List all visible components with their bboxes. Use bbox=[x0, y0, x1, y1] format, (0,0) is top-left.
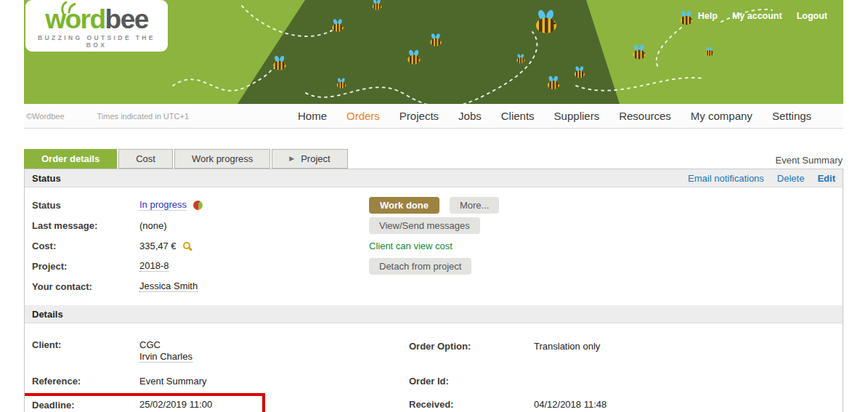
details-section-header: Details bbox=[25, 305, 843, 323]
project-row: Project: 2018-8 Detach from project bbox=[25, 256, 843, 276]
client-label: Client: bbox=[25, 339, 139, 350]
reference-row: Reference: Event Summary Order Id: bbox=[25, 376, 843, 392]
chevron-right-icon: ▶ bbox=[289, 150, 294, 168]
nav-suppliers[interactable]: Suppliers bbox=[554, 110, 600, 122]
tab-project-label: Project bbox=[301, 150, 330, 168]
nav-projects[interactable]: Projects bbox=[399, 110, 439, 122]
your-contact-row: Your contact: Jessica Smith bbox=[25, 276, 843, 296]
timezone-note: Times indicated in UTC+1 bbox=[97, 112, 189, 121]
details-fields: Client: CGC Irvin Charles Order Option: … bbox=[25, 323, 843, 412]
my-account-link[interactable]: My account bbox=[732, 11, 782, 21]
order-option-label: Order Option: bbox=[409, 341, 534, 352]
nav-menu: Home Orders Projects Jobs Clients Suppli… bbox=[298, 110, 811, 122]
order-id-label: Order Id: bbox=[409, 376, 534, 387]
logout-link[interactable]: Logout bbox=[797, 11, 827, 21]
email-notifications-link[interactable]: Email notifications bbox=[688, 173, 764, 184]
client-row: Client: CGC Irvin Charles Order Option: … bbox=[25, 339, 843, 376]
nav-jobs[interactable]: Jobs bbox=[458, 110, 482, 122]
reference-value: Event Summary bbox=[139, 376, 206, 387]
tab-cost-label: Cost bbox=[136, 150, 155, 168]
copyright-text: ©Wordbee bbox=[26, 112, 65, 121]
project-label: Project: bbox=[25, 261, 139, 272]
nav-settings[interactable]: Settings bbox=[772, 110, 811, 122]
received-label: Received: bbox=[409, 399, 534, 410]
detach-from-project-button[interactable]: Detach from project bbox=[369, 258, 471, 275]
details-section-title: Details bbox=[32, 309, 63, 320]
status-section-header: Status Email notifications Delete Edit bbox=[25, 169, 843, 187]
logo-text: wordbee bbox=[25, 6, 168, 33]
client-can-view-cost-link[interactable]: Client can view cost bbox=[369, 241, 453, 251]
tab-project[interactable]: ▶Project bbox=[272, 149, 347, 169]
cost-value: 335,47 € bbox=[139, 241, 177, 251]
status-fields: Status In progress Work done More... Las… bbox=[25, 187, 843, 296]
your-contact-value-link[interactable]: Jessica Smith bbox=[139, 280, 198, 292]
logo-tagline: BUZZING OUTSIDE THE BOX bbox=[25, 34, 168, 49]
deadline-label: Deadline: bbox=[25, 400, 139, 411]
more-button[interactable]: More... bbox=[450, 197, 499, 214]
received-value: 04/12/2018 11:48 bbox=[534, 399, 607, 410]
deadline-value: 25/02/2019 11:00 bbox=[139, 399, 212, 411]
tab-work-progress[interactable]: Work progress bbox=[174, 149, 270, 169]
logo-antennae-icon bbox=[60, 1, 76, 15]
deadline-row: Deadline: 25/02/2019 11:00 Received: 04/… bbox=[25, 393, 843, 412]
main-nav: ©Wordbee Times indicated in UTC+1 Home O… bbox=[24, 104, 843, 129]
nav-orders[interactable]: Orders bbox=[346, 110, 380, 122]
header-banner: wordbee BUZZING OUTSIDE THE BOX Help My … bbox=[24, 0, 843, 104]
tab-order-details[interactable]: Order details bbox=[24, 149, 117, 169]
order-option-value: Translation only bbox=[534, 341, 600, 352]
work-done-button[interactable]: Work done bbox=[369, 197, 439, 214]
status-field-label: Status bbox=[25, 200, 139, 211]
order-reference-heading: Event Summary bbox=[776, 155, 843, 166]
help-link[interactable]: Help bbox=[698, 11, 718, 21]
your-contact-label: Your contact: bbox=[25, 281, 139, 292]
nav-my-company[interactable]: My company bbox=[691, 110, 753, 122]
page: wordbee BUZZING OUTSIDE THE BOX Help My … bbox=[24, 0, 843, 412]
nav-resources[interactable]: Resources bbox=[619, 110, 671, 122]
tab-work-progress-label: Work progress bbox=[192, 150, 253, 168]
pie-chart-icon[interactable] bbox=[193, 201, 203, 210]
nav-clients[interactable]: Clients bbox=[501, 110, 535, 122]
edit-link[interactable]: Edit bbox=[817, 173, 835, 184]
last-message-label: Last message: bbox=[25, 220, 139, 231]
view-send-messages-button[interactable]: View/Send messages bbox=[369, 217, 480, 234]
tabs-row: Order details Cost Work progress ▶Projec… bbox=[24, 149, 843, 169]
project-value-link[interactable]: 2018-8 bbox=[139, 260, 169, 272]
status-row: Status In progress Work done More... bbox=[25, 195, 843, 215]
reference-label: Reference: bbox=[25, 376, 139, 387]
client-company: CGC bbox=[139, 339, 161, 350]
client-contact-link[interactable]: Irvin Charles bbox=[139, 351, 192, 363]
deadline-highlight-box: Deadline: 25/02/2019 11:00 bbox=[24, 393, 265, 412]
magnifier-icon[interactable] bbox=[183, 242, 190, 249]
tab-order-details-label: Order details bbox=[41, 150, 100, 168]
last-message-value: (none) bbox=[139, 220, 167, 231]
status-section-title: Status bbox=[32, 173, 61, 184]
wordbee-logo[interactable]: wordbee BUZZING OUTSIDE THE BOX bbox=[25, 0, 168, 52]
status-actions: Email notifications Delete Edit bbox=[688, 173, 835, 184]
order-panel: Status Email notifications Delete Edit S… bbox=[24, 169, 843, 412]
cost-label: Cost: bbox=[25, 241, 139, 251]
logo-bee: bee bbox=[105, 4, 148, 34]
delete-link[interactable]: Delete bbox=[777, 173, 805, 184]
tab-cost[interactable]: Cost bbox=[118, 149, 173, 169]
status-value-link[interactable]: In progress bbox=[139, 199, 187, 211]
nav-home[interactable]: Home bbox=[298, 110, 327, 122]
header-links: Help My account Logout bbox=[698, 11, 827, 21]
last-message-row: Last message: (none) View/Send messages bbox=[25, 215, 843, 235]
cost-row: Cost: 335,47 € Client can view cost bbox=[25, 235, 843, 256]
